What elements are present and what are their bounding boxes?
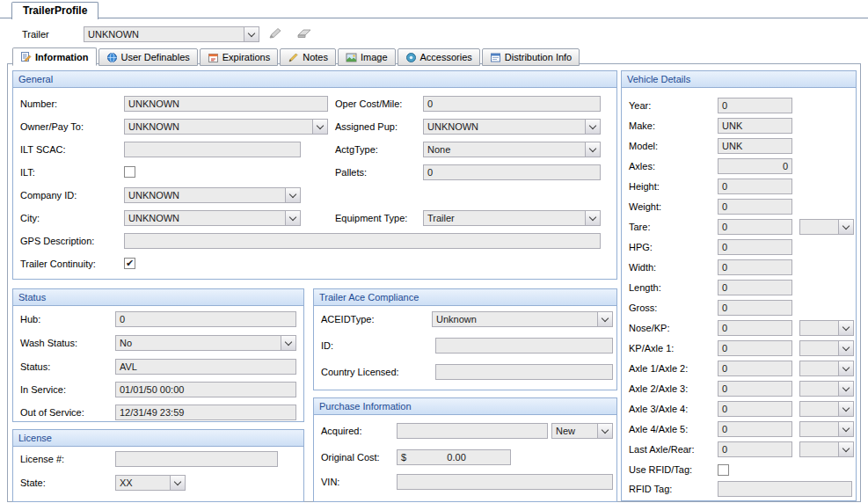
axle2-axle3-field[interactable]: 0 (718, 381, 792, 397)
in-service-field[interactable]: 01/01/50 00:00 (115, 382, 296, 397)
hub-field[interactable]: 0 (115, 311, 296, 327)
axle2-axle3-unit-dropdown-button[interactable] (838, 382, 853, 396)
axle3-axle4-unit-dropdown-button[interactable] (838, 402, 853, 416)
rfid-tag-label: RFID Tag: (629, 481, 672, 497)
axle3-axle4-unit-select[interactable] (799, 401, 854, 417)
axle3-axle4-field[interactable]: 0 (718, 401, 792, 417)
pallets-field[interactable]: 0 (423, 164, 601, 180)
country-licensed-field[interactable] (435, 364, 613, 380)
acquired-mode-dropdown-button[interactable] (597, 424, 612, 438)
oper-cost-field[interactable]: 0 (423, 96, 601, 112)
trailer-continuity-checkbox[interactable] (124, 258, 135, 269)
tab-accessories[interactable]: Accessories (398, 48, 480, 66)
ace-id-field[interactable] (435, 338, 613, 354)
eraser-icon (295, 27, 313, 41)
axle4-axle5-unit-dropdown-button[interactable] (838, 422, 853, 436)
width-field[interactable]: 0 (718, 259, 792, 275)
aceid-type-dropdown-button[interactable] (597, 312, 612, 326)
use-rfid-checkbox[interactable] (718, 464, 729, 476)
erase-button[interactable] (293, 26, 316, 42)
year-field[interactable]: 0 (718, 98, 792, 113)
nose-kp-unit-dropdown-button[interactable] (838, 321, 853, 335)
tab-notes[interactable]: Notes (280, 48, 336, 66)
wash-status-select[interactable]: No (115, 335, 296, 351)
tare-field[interactable]: 0 (718, 219, 792, 235)
axle4-axle5-field[interactable]: 0 (718, 421, 792, 437)
tab-user-definables[interactable]: User Definables (98, 48, 198, 66)
axle4-axle5-unit-select[interactable] (799, 421, 854, 437)
axle1-axle2-field[interactable]: 0 (718, 361, 792, 376)
tab-information[interactable]: Information (12, 47, 97, 66)
gross-field[interactable]: 0 (718, 300, 792, 316)
trailer-select-dropdown-button[interactable] (244, 27, 259, 41)
acquired-mode-select[interactable]: New (551, 423, 613, 439)
owner-pay-to-dropdown-button[interactable] (312, 120, 327, 134)
axle1-axle2-unit-dropdown-button[interactable] (838, 361, 853, 375)
height-field[interactable]: 0 (718, 179, 792, 194)
assigned-pup-label: Assigned Pup: (335, 119, 398, 135)
company-id-dropdown-button[interactable] (285, 188, 300, 202)
vin-field[interactable] (397, 474, 613, 490)
wash-status-dropdown-button[interactable] (281, 336, 295, 350)
company-id-label: Company ID: (20, 187, 77, 203)
edit-button[interactable] (265, 26, 288, 42)
status-field[interactable]: AVL (115, 359, 296, 375)
last-axle-rear-unit-select[interactable] (799, 441, 854, 457)
tare-unit-select[interactable] (799, 219, 854, 235)
city-select[interactable]: UNKNOWN (124, 210, 301, 226)
accessories-icon (405, 52, 417, 63)
kp-axle1-unit-select[interactable] (799, 340, 854, 356)
weight-field[interactable]: 0 (718, 199, 792, 215)
acquired-field[interactable] (397, 423, 548, 439)
owner-pay-to-select[interactable]: UNKNOWN (124, 119, 328, 135)
state-dropdown-button[interactable] (170, 476, 185, 490)
nose-kp-label: Nose/KP: (629, 320, 669, 336)
tab-image[interactable]: Image (338, 48, 396, 66)
tab-distribution-info[interactable]: Distribution Info (482, 48, 580, 66)
tab-expirations[interactable]: Expirations (200, 48, 278, 66)
out-of-service-field[interactable]: 12/31/49 23:59 (115, 405, 296, 420)
axles-field[interactable]: 0 (718, 158, 792, 174)
status-label: Status: (20, 359, 50, 375)
last-axle-rear-field[interactable]: 0 (718, 441, 792, 457)
gps-description-field[interactable] (124, 233, 601, 249)
ilt-scac-field[interactable] (124, 142, 301, 157)
assigned-pup-dropdown-button[interactable] (585, 120, 600, 134)
city-dropdown-button[interactable] (285, 211, 300, 225)
last-axle-rear-unit-dropdown-button[interactable] (838, 442, 853, 456)
vin-label: VIN: (321, 474, 339, 490)
original-cost-field[interactable]: $ 0.00 (397, 449, 511, 465)
vehicle-details-group: Vehicle Details Year: 0 Make: UNK Model:… (621, 70, 857, 501)
nose-kp-unit-select[interactable] (799, 320, 854, 336)
model-field[interactable]: UNK (718, 138, 792, 154)
hpg-field[interactable]: 0 (718, 239, 792, 255)
assigned-pup-select[interactable]: UNKNOWN (423, 119, 601, 135)
document-tab-trailerprofile[interactable]: TrailerProfile (11, 2, 98, 19)
make-label: Make: (629, 118, 655, 134)
license-number-field[interactable] (115, 451, 278, 467)
nose-kp-field[interactable]: 0 (718, 320, 792, 336)
company-id-select[interactable]: UNKNOWN (124, 187, 301, 203)
kp-axle1-field[interactable]: 0 (718, 340, 792, 356)
owner-pay-to-label: Owner/Pay To: (20, 119, 84, 135)
length-field[interactable]: 0 (718, 280, 792, 295)
number-field[interactable]: UNKNOWN (124, 96, 328, 112)
actg-type-select[interactable]: None (423, 142, 601, 157)
ilt-checkbox[interactable] (124, 166, 135, 178)
axle1-axle2-unit-select[interactable] (799, 361, 854, 376)
actg-type-dropdown-button[interactable] (585, 142, 600, 157)
rfid-tag-field[interactable] (718, 481, 852, 497)
document-tab-divider (0, 18, 868, 18)
tare-label: Tare: (629, 219, 650, 235)
kp-axle1-unit-dropdown-button[interactable] (838, 341, 853, 355)
tare-unit-dropdown-button[interactable] (838, 220, 853, 234)
picture-icon (346, 52, 357, 63)
axle2-axle3-unit-select[interactable] (799, 381, 854, 397)
aceid-type-select[interactable]: Unknown (432, 311, 613, 327)
equipment-type-select[interactable]: Trailer (423, 210, 601, 226)
make-field[interactable]: UNK (718, 118, 792, 134)
trailer-select[interactable]: UNKNOWN (84, 26, 259, 42)
equipment-type-dropdown-button[interactable] (585, 211, 600, 225)
globe-icon (106, 52, 118, 63)
state-select[interactable]: XX (115, 475, 186, 491)
